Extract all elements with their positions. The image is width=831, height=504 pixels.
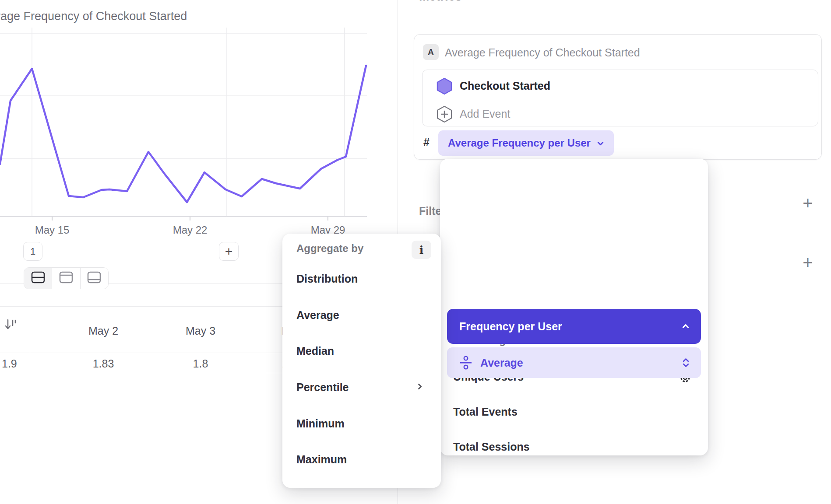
menu-item-median[interactable]: Median [296, 345, 334, 357]
chart-area: May 15May 22May 29 [0, 0, 398, 245]
menu-item-frequency-per-user-selected[interactable]: Frequency per User [447, 309, 701, 344]
table-header-cell[interactable]: May 2 [55, 325, 152, 337]
numeric-measure-symbol: # [423, 136, 430, 149]
add-filter-button[interactable]: + [798, 193, 817, 213]
table-cell: 1.8 [152, 357, 249, 370]
interval-input[interactable]: 1 [23, 242, 42, 261]
measurement-dropdown[interactable]: Average Frequency per User [438, 130, 614, 156]
add-event-button[interactable]: Add Event [460, 108, 510, 120]
x-axis-label: May 15 [26, 224, 78, 236]
sort-descending-icon[interactable] [4, 318, 18, 333]
chevron-right-icon [416, 383, 423, 390]
table-column-divider [30, 306, 30, 373]
event-card: Checkout Started Add Event [422, 70, 818, 126]
menu-item-maximum[interactable]: Maximum [296, 453, 347, 466]
insights-report-page: Average Frequency of Checkout Started Ma… [0, 0, 831, 504]
chevron-up-icon [682, 322, 690, 330]
info-icon[interactable]: i [412, 241, 431, 259]
menu-item-percentile[interactable]: Percentile [296, 381, 349, 394]
measuring-menu: Measuring Advanced Unique Users Total Ev… [440, 159, 708, 455]
table-header-cell[interactable]: May 3 [152, 325, 249, 337]
layout-table-bottom-icon [87, 271, 102, 286]
menu-subitem-average[interactable]: Average [447, 347, 701, 378]
table-cell: 1.83 [55, 357, 152, 370]
average-divide-icon [459, 355, 472, 371]
add-breakdown-button[interactable]: + [798, 253, 817, 272]
menu-item-total-sessions[interactable]: Total Sessions [453, 441, 530, 453]
layout-chart-top-button[interactable] [52, 268, 80, 289]
layout-chart-top-icon [59, 271, 74, 286]
x-axis-labels: May 15May 22May 29 [0, 0, 398, 245]
x-axis-label: May 22 [164, 224, 216, 236]
aggregate-menu-title: Aggregate by [296, 242, 363, 255]
measurement-dropdown-label: Average Frequency per User [448, 137, 591, 149]
aggregate-by-menu: Aggregate by i Distribution Average Medi… [282, 234, 441, 488]
add-event-hexagon-icon [437, 105, 452, 125]
metric-letter-badge: A [423, 44, 439, 60]
metrics-section-title: Metrics [419, 0, 462, 4]
layout-toggle-group [24, 267, 109, 289]
unfold-more-icon [682, 357, 690, 368]
add-chart-button[interactable]: + [219, 242, 239, 261]
menu-item-distribution[interactable]: Distribution [296, 273, 358, 285]
layout-split-icon [31, 271, 46, 286]
menu-item-average[interactable]: Average [296, 309, 339, 322]
subitem-label: Average [480, 357, 523, 369]
selected-item-label: Frequency per User [459, 320, 562, 333]
table-cell-clipped: 1.9 [2, 357, 17, 370]
chevron-down-icon [597, 140, 604, 147]
metric-query-card: A Average Frequency of Checkout Started … [414, 34, 822, 160]
menu-item-total-events[interactable]: Total Events [453, 406, 518, 418]
metric-title-input[interactable]: Average Frequency of Checkout Started [445, 46, 640, 59]
layout-split-button[interactable] [24, 268, 52, 289]
event-hexagon-icon [437, 77, 452, 97]
event-name[interactable]: Checkout Started [460, 80, 550, 92]
layout-table-bottom-button[interactable] [80, 268, 108, 289]
menu-item-minimum[interactable]: Minimum [296, 417, 345, 430]
